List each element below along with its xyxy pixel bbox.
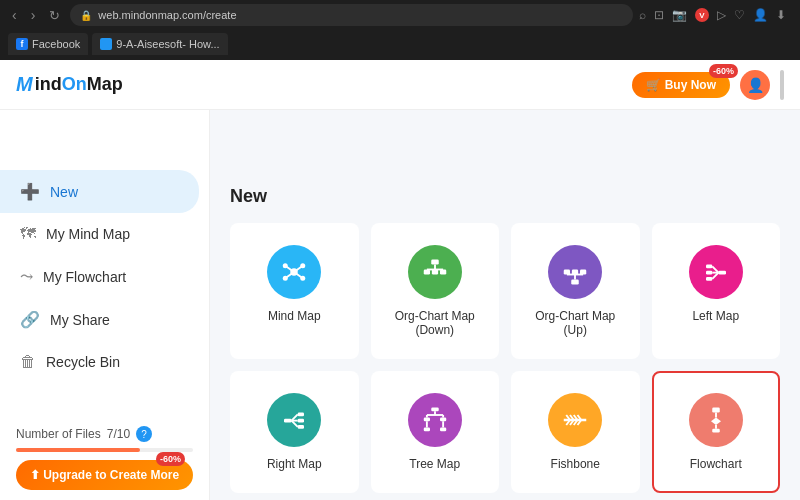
tab-aiseesoft[interactable]: 9-A-Aiseesoft- How... [92,33,227,55]
svg-marker-57 [711,418,721,426]
tree-map-label: Tree Map [409,457,460,471]
svg-rect-37 [424,418,430,422]
sidebar-recycle-label: Recycle Bin [46,354,120,370]
new-section-title: New [230,186,780,207]
recycle-icon: 🗑 [20,353,36,371]
app-header: M indOnMap 🛒 Buy Now -60% 👤 [0,60,800,110]
org-chart-up-label: Org-Chart Map (Up) [523,309,628,337]
sidebar-item-recycle[interactable]: 🗑 Recycle Bin [0,341,209,383]
fishbone-label: Fishbone [551,457,600,471]
back-button[interactable]: ‹ [8,5,21,25]
header-right: 🛒 Buy Now -60% 👤 [632,70,784,100]
sidebar: ➕ New 🗺 My Mind Map ⤳ My Flowchart 🔗 My … [0,60,210,500]
browser-icons: ⌕ ⊡ 📷 V ▷ ♡ 👤 ⬇ [639,8,792,22]
svg-rect-40 [440,428,446,432]
svg-rect-58 [712,429,720,433]
tree-map-icon [408,393,462,447]
files-count-value: 7/10 [107,427,130,441]
card-mind-map[interactable]: Mind Map [230,223,359,359]
sidebar-item-mind-map[interactable]: 🗺 My Mind Map [0,213,209,255]
right-map-label: Right Map [267,457,322,471]
sidebar-item-new[interactable]: ➕ New [0,170,199,213]
card-flowchart[interactable]: Flowchart [652,371,781,493]
svg-rect-24 [706,271,712,275]
upgrade-button[interactable]: ⬆ Upgrade to Create More -60% [16,460,193,490]
send-icon[interactable]: ▷ [717,8,726,22]
user-avatar[interactable]: 👤 [740,70,770,100]
upgrade-label: ⬆ Upgrade to Create More [30,468,179,482]
svg-rect-16 [572,280,580,285]
files-count-label: Number of Files [16,427,101,441]
org-chart-down-icon [408,245,462,299]
card-tree-map[interactable]: Tree Map [371,371,500,493]
svg-rect-31 [298,419,304,423]
sidebar-item-flowchart[interactable]: ⤳ My Flowchart [0,255,209,298]
sidebar-bottom: Number of Files 7/10 ? ⬆ Upgrade to Crea… [0,416,209,500]
upgrade-discount-badge: -60% [156,452,185,466]
tab-facebook-label: Facebook [32,38,80,50]
download-icon[interactable]: ⬇ [776,8,786,22]
svg-rect-36 [431,408,439,412]
browser-bar: ‹ › ↻ 🔒 web.mindonmap.com/create ⌕ ⊡ 📷 V… [0,0,800,60]
card-org-chart-up[interactable]: Org-Chart Map (Up) [511,223,640,359]
svg-rect-22 [718,271,726,275]
logo-m: M [16,73,33,96]
forward-button[interactable]: › [27,5,40,25]
svg-rect-30 [298,413,304,417]
logo[interactable]: M indOnMap [16,73,123,96]
right-map-icon [267,393,321,447]
sidebar-new-label: New [50,184,78,200]
sidebar-share-label: My Share [50,312,110,328]
address-bar[interactable]: 🔒 web.mindonmap.com/create [70,4,633,26]
svg-rect-38 [440,418,446,422]
tab-facebook[interactable]: f Facebook [8,33,88,55]
svg-rect-56 [712,408,720,413]
card-fishbone[interactable]: Fishbone [511,371,640,493]
org-chart-up-icon [548,245,602,299]
buy-discount-badge: -60% [709,64,738,78]
browser-tabs: f Facebook 9-A-Aiseesoft- How... [0,30,800,58]
share-icon: 🔗 [20,310,40,329]
card-left-map[interactable]: Left Map [652,223,781,359]
url-text: web.mindonmap.com/create [98,9,236,21]
browser-nav: ‹ › ↻ 🔒 web.mindonmap.com/create ⌕ ⊡ 📷 V… [0,0,800,30]
mind-map-card-label: Mind Map [268,309,321,323]
svg-rect-23 [706,265,712,269]
refresh-button[interactable]: ↻ [45,6,64,25]
files-count: Number of Files 7/10 ? [16,426,193,442]
svg-rect-9 [431,260,439,265]
camera-icon[interactable]: 📷 [672,8,687,22]
lock-icon: 🔒 [80,10,92,21]
heart-icon[interactable]: ♡ [734,8,745,22]
flowchart-card-icon [689,393,743,447]
header-divider [780,70,784,100]
extension-icon[interactable]: V [695,8,709,22]
svg-rect-29 [284,419,292,423]
tab-aiseesoft-label: 9-A-Aiseesoft- How... [116,38,219,50]
card-org-chart-down[interactable]: Org-Chart Map(Down) [371,223,500,359]
buy-now-button[interactable]: 🛒 Buy Now -60% [632,72,730,98]
progress-bar-fill [16,448,140,452]
org-chart-down-label: Org-Chart Map(Down) [395,309,475,337]
main-content: New Mind Map [210,60,800,500]
flowchart-card-label: Flowchart [690,457,742,471]
user-avatar-icon: 👤 [747,77,764,93]
card-right-map[interactable]: Right Map [230,371,359,493]
buy-now-label: Buy Now [665,78,716,92]
new-icon: ➕ [20,182,40,201]
sidebar-item-share[interactable]: 🔗 My Share [0,298,209,341]
mind-map-icon: 🗺 [20,225,36,243]
logo-text: indOnMap [35,74,123,95]
facebook-tab-icon: f [16,38,28,50]
user-icon[interactable]: 👤 [753,8,768,22]
svg-rect-39 [424,428,430,432]
svg-rect-32 [298,425,304,429]
screenshot-icon[interactable]: ⊡ [654,8,664,22]
info-icon[interactable]: ? [136,426,152,442]
left-map-label: Left Map [692,309,739,323]
search-icon[interactable]: ⌕ [639,8,646,22]
mind-map-card-icon [267,245,321,299]
svg-rect-25 [706,277,712,281]
aiseesoft-tab-icon [100,38,112,50]
cards-grid: Mind Map Org-Chart Map(Down) [230,223,780,493]
